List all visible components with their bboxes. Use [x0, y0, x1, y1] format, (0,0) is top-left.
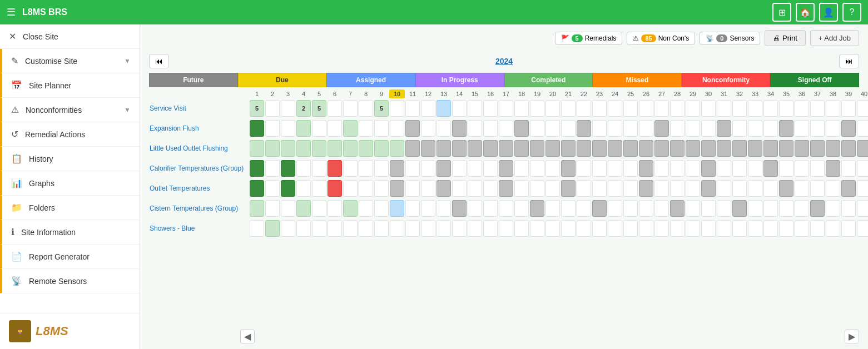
- cell-sv-40[interactable]: [857, 100, 868, 117]
- cell-ct-34[interactable]: [763, 160, 778, 177]
- cell-sv-8[interactable]: [359, 100, 373, 117]
- cell-sb-22[interactable]: [577, 220, 591, 237]
- sidebar-item-site-planner[interactable]: 📅 Site Planner: [0, 73, 140, 98]
- cell-sv-19[interactable]: [530, 100, 544, 117]
- cell-ct-35[interactable]: [779, 160, 793, 177]
- cell-cist-28[interactable]: [670, 200, 685, 217]
- cell-sv-24[interactable]: [608, 100, 622, 117]
- cell-ef-19[interactable]: [530, 120, 544, 137]
- cell-ct-32[interactable]: [732, 160, 747, 177]
- cell-ct-36[interactable]: [795, 160, 809, 177]
- cell-ef-29[interactable]: [686, 120, 700, 137]
- cell-luof-40[interactable]: [857, 140, 868, 157]
- cell-sv-17[interactable]: [499, 100, 513, 117]
- cell-cist-20[interactable]: [545, 200, 560, 217]
- cell-ot-1[interactable]: [250, 180, 264, 197]
- cell-ct-28[interactable]: [670, 160, 685, 177]
- cell-ef-6[interactable]: [328, 120, 342, 137]
- cell-ef-3[interactable]: [281, 120, 295, 137]
- cell-ct-17[interactable]: [499, 160, 513, 177]
- cell-ef-13[interactable]: [437, 120, 451, 137]
- sidebar-item-close-site[interactable]: ✕ Close Site: [0, 24, 140, 49]
- cell-sb-31[interactable]: [717, 220, 731, 237]
- cell-sb-30[interactable]: [701, 220, 716, 237]
- cell-sv-28[interactable]: [670, 100, 685, 117]
- noncons-button[interactable]: ⚠ 85 Non Con's: [627, 32, 695, 45]
- cell-ct-5[interactable]: [312, 160, 326, 177]
- cell-ct-16[interactable]: [483, 160, 498, 177]
- cell-ot-22[interactable]: [577, 180, 591, 197]
- cell-ot-17[interactable]: [499, 180, 513, 197]
- cell-cist-35[interactable]: [779, 200, 793, 217]
- cell-cist-14[interactable]: [452, 200, 467, 217]
- cell-sv-36[interactable]: [795, 100, 809, 117]
- cell-ef-14[interactable]: [452, 120, 467, 137]
- cell-sb-10[interactable]: [390, 220, 404, 237]
- cell-sv-35[interactable]: [779, 100, 793, 117]
- cell-luof-18[interactable]: [514, 140, 529, 157]
- cell-luof-28[interactable]: [670, 140, 685, 157]
- cell-sb-14[interactable]: [452, 220, 467, 237]
- cell-luof-35[interactable]: [779, 140, 793, 157]
- cell-sb-7[interactable]: [343, 220, 358, 237]
- cell-sb-4[interactable]: [296, 220, 311, 237]
- cell-sb-40[interactable]: [857, 220, 868, 237]
- sidebar-item-history[interactable]: 📋 History: [0, 147, 140, 171]
- cell-luof-21[interactable]: [561, 140, 576, 157]
- cell-ef-7[interactable]: [343, 120, 358, 137]
- cell-luof-31[interactable]: [717, 140, 731, 157]
- cell-cist-7[interactable]: [343, 200, 358, 217]
- grid-icon-button[interactable]: ⊞: [772, 3, 791, 22]
- next-year-button[interactable]: ⏭: [839, 54, 859, 68]
- cell-ct-38[interactable]: [826, 160, 840, 177]
- cell-sv-22[interactable]: [577, 100, 591, 117]
- cell-ef-38[interactable]: [826, 120, 840, 137]
- cell-ot-36[interactable]: [795, 180, 809, 197]
- cell-cist-37[interactable]: [810, 200, 825, 217]
- cell-ct-7[interactable]: [343, 160, 358, 177]
- sidebar-item-remedial-actions[interactable]: ↺ Remedial Actions: [0, 122, 140, 147]
- cell-ct-29[interactable]: [686, 160, 700, 177]
- cell-ot-37[interactable]: [810, 180, 825, 197]
- cell-cist-29[interactable]: [686, 200, 700, 217]
- cell-ct-18[interactable]: [514, 160, 529, 177]
- cell-ct-30[interactable]: [701, 160, 716, 177]
- cell-ef-31[interactable]: [717, 120, 731, 137]
- cell-ct-12[interactable]: [421, 160, 435, 177]
- cell-sv-33[interactable]: [748, 100, 762, 117]
- cell-ot-33[interactable]: [748, 180, 762, 197]
- cell-cist-3[interactable]: [281, 200, 295, 217]
- cell-ot-21[interactable]: [561, 180, 576, 197]
- cell-ct-3[interactable]: [281, 160, 295, 177]
- cell-sb-16[interactable]: [483, 220, 498, 237]
- cell-sv-15[interactable]: [468, 100, 482, 117]
- cell-ef-12[interactable]: [421, 120, 435, 137]
- cell-ef-26[interactable]: [639, 120, 653, 137]
- cell-ef-25[interactable]: [623, 120, 638, 137]
- cell-sv-18[interactable]: [514, 100, 529, 117]
- cell-sv-9[interactable]: 5: [374, 100, 389, 117]
- cell-luof-34[interactable]: [763, 140, 778, 157]
- cell-luof-14[interactable]: [452, 140, 467, 157]
- cell-ot-30[interactable]: [701, 180, 716, 197]
- cell-cist-5[interactable]: [312, 200, 326, 217]
- cell-sb-33[interactable]: [748, 220, 762, 237]
- cell-sv-20[interactable]: [545, 100, 560, 117]
- cell-sv-6[interactable]: [328, 100, 342, 117]
- cell-ct-1[interactable]: [250, 160, 264, 177]
- cell-ef-27[interactable]: [654, 120, 669, 137]
- cell-sb-9[interactable]: [374, 220, 389, 237]
- cell-ot-29[interactable]: [686, 180, 700, 197]
- cell-ef-40[interactable]: [857, 120, 868, 137]
- cell-luof-6[interactable]: [328, 140, 342, 157]
- cell-sb-37[interactable]: [810, 220, 825, 237]
- cell-cist-17[interactable]: [499, 200, 513, 217]
- cell-ef-2[interactable]: [265, 120, 280, 137]
- cell-ct-22[interactable]: [577, 160, 591, 177]
- cell-sb-6[interactable]: [328, 220, 342, 237]
- cell-ot-26[interactable]: [639, 180, 653, 197]
- cell-sv-26[interactable]: [639, 100, 653, 117]
- cell-ef-4[interactable]: [296, 120, 311, 137]
- cell-ot-39[interactable]: [841, 180, 856, 197]
- cell-sb-36[interactable]: [795, 220, 809, 237]
